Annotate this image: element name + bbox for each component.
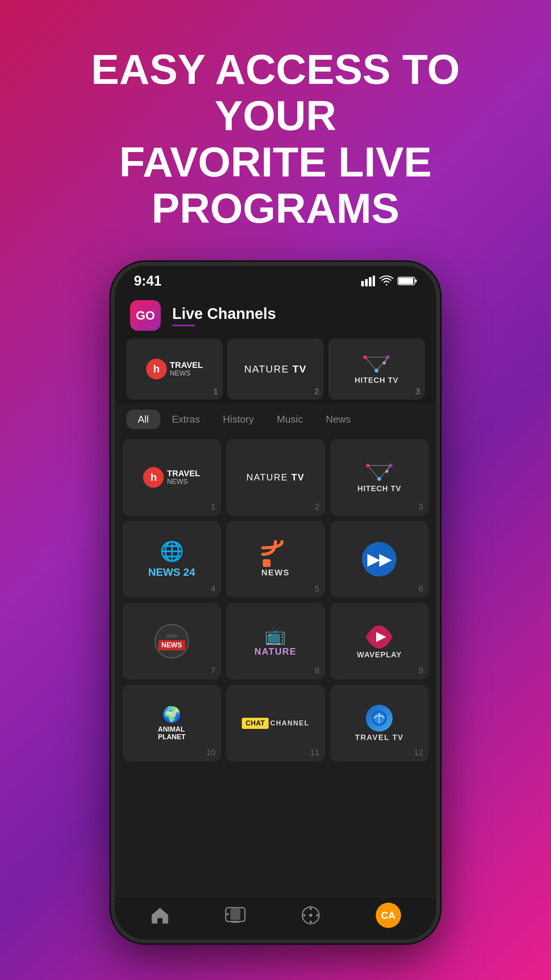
channel-number: 10 xyxy=(206,748,215,758)
svg-rect-3 xyxy=(373,276,375,286)
hitech-label: HITECH TV xyxy=(355,376,399,385)
tab-music[interactable]: Music xyxy=(266,410,315,429)
channel-card-travel-tv[interactable]: TRAVEL TV 12 xyxy=(330,685,429,761)
channel-number-3: 3 xyxy=(416,387,420,397)
status-icons xyxy=(361,276,417,286)
tab-extras[interactable]: Extras xyxy=(160,410,212,429)
home-icon xyxy=(150,906,170,924)
channel-number: 1 xyxy=(211,502,215,512)
svg-rect-0 xyxy=(361,281,364,286)
channel-card-6[interactable]: ▶▶ 6 xyxy=(330,521,429,598)
svg-line-21 xyxy=(368,466,379,479)
svg-line-14 xyxy=(384,357,388,363)
travel-tv-label: TRAVEL TV xyxy=(355,733,404,742)
nav-tv[interactable] xyxy=(225,907,246,924)
chat-badge: CHAT xyxy=(242,718,269,729)
status-time: 9:41 xyxy=(134,273,161,289)
svg-rect-2 xyxy=(369,277,372,286)
app-logo: GO xyxy=(130,300,161,331)
svg-rect-1 xyxy=(365,279,368,286)
featured-card-travel-news[interactable]: h TRAVEL NEWS 1 xyxy=(126,338,223,400)
blue-channel-logo: ▶▶ xyxy=(362,542,396,577)
svg-line-22 xyxy=(387,466,391,471)
app-header: GO Live Channels xyxy=(115,292,436,331)
channel-card-rss-news[interactable]: NEWS 5 xyxy=(226,521,324,598)
nav-home[interactable] xyxy=(150,906,170,924)
channel-card-nature-tv[interactable]: NATURE TV 2 xyxy=(226,439,324,516)
channel-number: 4 xyxy=(211,584,215,594)
rss-icon xyxy=(262,541,289,568)
wifi-icon xyxy=(380,276,393,286)
channel-number: 3 xyxy=(419,502,423,512)
discover-icon xyxy=(301,906,320,925)
featured-card-hitech-tv[interactable]: HITECH TV 3 xyxy=(328,338,425,400)
tv-icon xyxy=(225,907,246,924)
svg-point-34 xyxy=(310,921,312,923)
svg-point-36 xyxy=(316,914,318,916)
svg-line-20 xyxy=(379,466,391,479)
svg-rect-6 xyxy=(399,278,413,284)
phone-mockup: 9:41 xyxy=(111,262,440,951)
profile-avatar: CA xyxy=(376,903,401,928)
tab-all[interactable]: All xyxy=(126,410,160,429)
page-title: Live Channels xyxy=(172,305,276,322)
globe-icon: 🌐 xyxy=(160,540,184,562)
channel-card-chat-channel[interactable]: CHAT CHANNEL 11 xyxy=(226,685,324,761)
svg-point-33 xyxy=(310,908,312,910)
travel-tv-icon xyxy=(366,705,393,732)
channel-card-waveplay[interactable]: WAVEPLAY 9 xyxy=(330,603,429,679)
bottom-nav: CA xyxy=(115,896,436,939)
tab-news[interactable]: News xyxy=(314,410,362,429)
channel-card-travel-news[interactable]: h TRAVEL NEWS 1 xyxy=(122,439,221,516)
channel-number: 5 xyxy=(315,584,319,594)
waveplay-icon xyxy=(364,624,395,650)
channel-grid: h TRAVEL NEWS 1 NATURE TV 2 xyxy=(122,439,429,765)
battery-icon xyxy=(398,276,417,286)
filter-tabs: All Extras History Music News xyxy=(115,403,436,435)
featured-channels-row: h TRAVEL NEWS 1 NATURE TV 2 xyxy=(115,331,436,403)
tab-history[interactable]: History xyxy=(212,410,266,429)
channel-number-2: 2 xyxy=(315,387,319,397)
channel-number: 8 xyxy=(315,666,319,676)
nature-label: NATURE xyxy=(254,646,297,657)
svg-point-29 xyxy=(227,913,229,915)
channel-card-tv-nature[interactable]: 📺 NATURE 8 xyxy=(226,603,324,679)
news24-text: NEWS 24 xyxy=(148,566,195,578)
channel-number: 2 xyxy=(315,502,319,512)
waveplay-label: WAVEPLAY xyxy=(357,650,402,659)
channel-card-hitech-tv[interactable]: HITECH TV 3 xyxy=(330,439,429,516)
channel-number: 12 xyxy=(414,748,423,758)
svg-rect-23 xyxy=(263,559,271,567)
hitech-icon xyxy=(361,353,392,374)
channel-text-label: CHANNEL xyxy=(270,719,309,727)
channel-number: 9 xyxy=(419,666,423,676)
channel-number-1: 1 xyxy=(214,387,218,397)
channel-card-news-circle[interactable]: ○○○ NEWS 7 xyxy=(122,603,221,679)
channel-card-animal-planet[interactable]: 🌍 ANIMAL PLANET 10 xyxy=(122,685,221,761)
featured-card-nature-tv[interactable]: NATURE TV 2 xyxy=(227,338,324,400)
hitech-label: HITECH TV xyxy=(357,484,401,493)
svg-line-12 xyxy=(377,357,388,371)
channel-number: 11 xyxy=(310,748,319,758)
channel-grid-container: h TRAVEL NEWS 1 NATURE TV 2 xyxy=(115,435,436,896)
signal-icon xyxy=(361,276,375,286)
news-circle-logo: ○○○ NEWS xyxy=(155,624,189,658)
animal-planet-icon: 🌍 xyxy=(162,706,181,724)
channel-card-news24[interactable]: 🌐 NEWS 24 4 xyxy=(122,521,221,598)
channel-number: 6 xyxy=(419,584,423,594)
svg-rect-28 xyxy=(230,908,240,920)
svg-point-35 xyxy=(303,914,305,916)
svg-rect-5 xyxy=(415,279,417,283)
rss-label: NEWS xyxy=(261,568,290,578)
channel-number: 7 xyxy=(211,666,215,676)
title-underline xyxy=(172,325,195,326)
nav-profile[interactable]: CA xyxy=(376,903,401,928)
tv-nature-icon: 📺 xyxy=(265,626,286,645)
nav-discover[interactable] xyxy=(301,906,320,925)
planet-text: PLANET xyxy=(158,733,186,741)
animal-text: ANIMAL xyxy=(158,726,186,733)
hero-title: EASY ACCESS TO YOUR FAVORITE LIVE PROGRA… xyxy=(0,0,551,231)
svg-line-13 xyxy=(365,357,377,371)
hitech-icon xyxy=(364,462,395,483)
phone-notch xyxy=(264,266,287,277)
